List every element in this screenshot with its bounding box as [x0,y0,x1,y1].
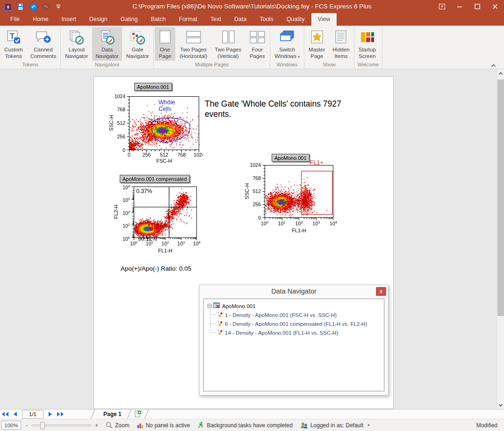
y-axis-label: SSC-H [108,109,114,137]
x-tick-label: 101 [274,220,290,226]
button-label: GateNavigator [126,47,149,59]
custom-tokens-button[interactable]: TCustomTokens [1,27,26,61]
ribbon-tab-tools[interactable]: Tools [253,13,280,26]
tree-plot-item[interactable]: 1 - Density - ApoMono.001 (FSC-H vs. SSC… [206,310,382,319]
page-indicator[interactable]: 1/1 [22,410,43,418]
plot-title-box[interactable]: ApoMono.001 [134,83,172,91]
button-label: StartupScreen [359,47,376,59]
x-tick-label: 101 [142,240,158,246]
layout-page[interactable]: The Gate 'Whole Cells' contains 7927 eve… [94,76,394,409]
canned-comments-button[interactable]: CannedComments [27,27,60,61]
group-label: Welcome [355,61,382,69]
dropdown-caret-icon: ▾ [367,423,369,427]
zoom-slider[interactable] [31,424,91,426]
ribbon-tab-text[interactable]: Text [204,13,228,26]
layout-navigator-button[interactable]: ......LayoutNavigator [62,27,91,61]
collapse-ribbon-icon[interactable] [492,61,498,66]
x-tick-label: 103 [173,240,189,246]
data-navigator-title: Data Navigator [200,285,388,298]
close-icon[interactable]: x [376,287,386,296]
y-tick-label: 1024 [245,162,261,168]
tree-plot-item[interactable]: 14 - Density - ApoMono.001 (FL1-H vs. SS… [206,328,382,337]
switch-windows-button[interactable]: SwitchWindows ▾ [271,27,303,61]
ribbon-tab-data[interactable]: Data [228,13,253,26]
zoom-value[interactable]: 100% [1,421,21,430]
undo-icon[interactable]: ↶ [29,2,37,11]
ribbon-group-welcome: StartupScreenWelcome [354,26,383,69]
data-navigator-button[interactable]: ...DataNavigator [92,27,122,61]
layout-navigator-icon: ...... [68,29,85,46]
ribbon-group-show: MasterPage...HiddenItemsShow [304,26,354,69]
zoom-slider-thumb[interactable] [40,422,45,429]
ribbon-tab-file[interactable]: File [4,13,26,26]
two-pages-horizontal-button[interactable]: ......Two Pages(Horizontal) [176,27,210,61]
dock-icon[interactable] [433,0,451,13]
svg-text:...: ... [231,31,234,34]
document-canvas: The Gate 'Whole Cells' contains 7927 eve… [0,69,504,409]
next-page-icon[interactable] [45,409,55,419]
x-tick-label: 102 [291,220,307,226]
page-tab[interactable]: Page 1 [96,411,126,417]
gate-label[interactable]: FL1+ [310,159,324,166]
data-navigator-panel[interactable]: Data Navigator x ApoMono.001 1 - Density… [199,285,389,395]
gate-label[interactable]: Whole Cells [158,99,175,112]
four-pages-button[interactable]: ............FourPages [245,27,269,61]
plot-title-box[interactable]: ApoMono.001 compensated [120,175,190,183]
hidden-items-button[interactable]: ...HiddenItems [329,27,353,61]
x-tick-label: 104 [325,220,337,226]
ribbon-tab-insert[interactable]: Insert [55,13,83,26]
ribbon-tab-quality[interactable]: Quality [280,13,311,26]
previous-page-icon[interactable] [10,409,21,419]
svg-text:↶: ↶ [31,4,35,9]
scroll-up-icon[interactable] [497,69,504,77]
collapse-expander-icon[interactable] [208,304,212,308]
first-page-icon[interactable] [0,409,10,419]
app-icon[interactable]: 6 [4,2,12,11]
svg-text:...: ... [107,31,109,34]
tree-plot-item[interactable]: 6 - Density - ApoMono.001 compensated (F… [206,319,382,328]
ribbon-tab-view[interactable]: View [311,13,337,26]
x-tick-label: 1024 [191,152,203,158]
ratio-text[interactable]: Apo(+)/Apo(-) Ratio: 0.05 [121,265,191,272]
customize-toolbar-icon[interactable] [54,2,63,11]
svg-text:...: ... [254,32,256,35]
last-page-icon[interactable] [55,409,65,419]
tree-root-item[interactable]: ApoMono.001 [206,302,382,310]
close-icon[interactable] [486,0,504,13]
vertical-scrollbar[interactable] [497,69,504,409]
x-axis-label: FL1-H [265,228,333,233]
scrollbar-thumb[interactable] [497,79,504,316]
login-status[interactable]: Logged in as: Default ▾ [300,422,369,429]
gate-statistics-text[interactable]: The Gate 'Whole Cells' contains 7927 eve… [205,99,341,120]
runner-icon [197,422,204,429]
x-tick-label: 102 [158,240,173,246]
button-label: FourPages [250,47,265,59]
active-panel-status: No panel is active [137,422,190,429]
maximize-icon[interactable] [468,0,486,13]
master-page-button[interactable]: MasterPage [305,27,328,61]
ribbon: TCustomTokensCannedCommentsTokens......L… [0,26,504,69]
one-page-button[interactable]: ...OnePage [155,27,175,61]
plot-title-box[interactable]: ApoMono.001 [272,154,310,162]
ribbon-tab-design[interactable]: Design [83,13,114,26]
zoom-out-button[interactable]: - [26,422,28,429]
plot-thumbnail-icon [217,320,223,327]
minimize-icon[interactable] [451,0,468,13]
save-icon[interactable] [16,2,25,11]
ribbon-tab-gating[interactable]: Gating [114,13,144,26]
zoom-status[interactable]: Zoom [106,422,130,429]
two-pages-vertical-button[interactable]: ......Two Pages(Vertical) [211,27,245,61]
x-tick-label: 103 [308,220,324,226]
scroll-down-icon[interactable] [497,401,504,409]
quadrant-percent-label: 0.37% [136,188,152,194]
new-page-icon[interactable] [134,410,142,418]
ribbon-tab-home[interactable]: Home [26,13,55,26]
ribbon-tab-batch[interactable]: Batch [144,13,173,26]
y-axis-label: FL2-H [113,198,119,226]
plot-area[interactable] [261,164,335,223]
button-label: HiddenItems [332,47,349,59]
zoom-in-button[interactable]: + [95,422,98,429]
ribbon-tab-format[interactable]: Format [173,13,204,26]
gate-navigator-button[interactable]: GateNavigator [123,27,152,61]
startup-screen-button[interactable]: StartupScreen [355,27,379,61]
